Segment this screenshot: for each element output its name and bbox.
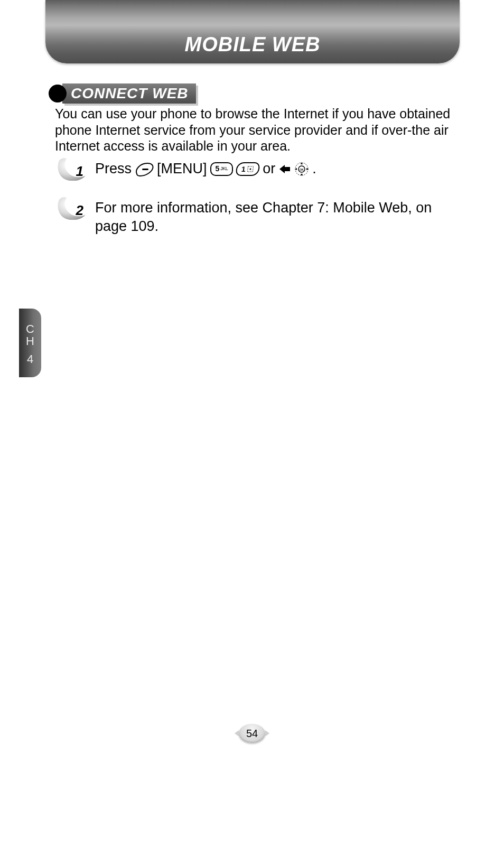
left-arrow-icon	[278, 164, 291, 174]
softkey-icon	[135, 161, 154, 177]
step-item: 2 For more information, see Chapter 7: M…	[56, 195, 458, 236]
key-1-icon: 1	[236, 162, 260, 176]
step-number: 2	[76, 202, 83, 219]
ok-dpad-icon: OK	[294, 162, 309, 176]
chapter-tab: C H 4	[19, 309, 41, 377]
chapter-tab-c: C	[26, 323, 34, 335]
step-number: 1	[76, 163, 83, 180]
svg-point-2	[249, 168, 251, 170]
chapter-tab-h: H	[26, 335, 34, 347]
section-heading-label: CONNECT WEB	[62, 83, 196, 104]
svg-rect-0	[142, 169, 148, 170]
step-body: For more information, see Chapter 7: Mob…	[95, 195, 458, 236]
step-number-badge: 2	[56, 195, 87, 220]
period: .	[312, 160, 316, 178]
intro-paragraph: You can use your phone to browse the Int…	[55, 106, 462, 154]
page-header: MOBILE WEB	[45, 0, 460, 63]
key-5-icon: 5JKL	[210, 162, 234, 176]
steps-list: 1 Press [MENU] 5JKL	[56, 156, 458, 250]
page-number-badge: 54	[236, 722, 268, 745]
page-number: 54	[246, 728, 258, 740]
menu-label: [MENU]	[157, 160, 207, 178]
step-text: For more information, see Chapter 7: Mob…	[95, 200, 432, 234]
step-number-badge: 1	[56, 156, 87, 181]
page-title: MOBILE WEB	[185, 33, 321, 56]
section-heading: CONNECT WEB	[49, 83, 196, 104]
press-label: Press	[95, 160, 132, 178]
svg-text:OK: OK	[300, 167, 304, 171]
step-item: 1 Press [MENU] 5JKL	[56, 156, 458, 181]
or-label: or	[263, 160, 275, 178]
chapter-tab-number: 4	[27, 353, 33, 365]
bullet-icon	[49, 85, 67, 103]
step-body: Press [MENU] 5JKL 1	[95, 156, 316, 178]
